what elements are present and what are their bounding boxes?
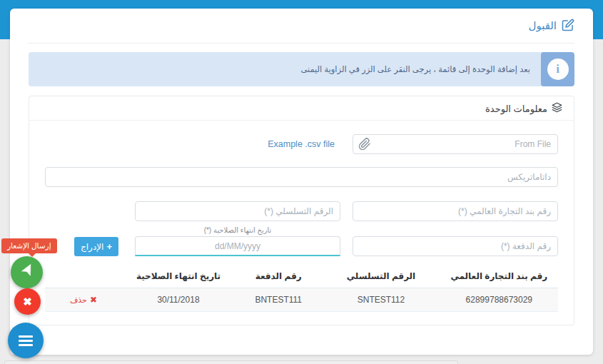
unit-info-body: Example .csv file تاريخ انتهاء الصلاحية	[29, 121, 574, 312]
gtin-input[interactable]	[353, 201, 558, 221]
info-icon: i	[547, 59, 569, 80]
cell-batch: BNTEST111	[235, 288, 322, 312]
next-section-edge	[4, 360, 458, 364]
info-banner-text: بعد إضافة الوحدة إلى قائمة ، يرجى النقر …	[29, 52, 541, 86]
cell-gtin: 62899788673029	[440, 288, 558, 312]
menu-button[interactable]	[8, 323, 44, 358]
datamatrix-row	[45, 167, 558, 187]
datamatrix-input[interactable]	[45, 167, 558, 187]
insert-button-label: الإدراج	[81, 242, 103, 252]
header-action	[45, 268, 122, 288]
file-row: Example .csv file	[45, 134, 558, 154]
send-notification-tooltip: إرسال الإشعار	[1, 238, 57, 253]
page-header: القبول	[10, 9, 593, 43]
close-x-icon: ✖	[23, 295, 32, 308]
unit-info-header: معلومات الوحدة	[29, 96, 574, 121]
header-gtin: رقم بند التجارة العالمي	[440, 268, 558, 288]
header-expiry: تاريخ انتهاء الصلاحية	[122, 268, 235, 288]
expiry-date-label: تاريخ انتهاء الصلاحية (*)	[135, 226, 340, 234]
page-title: القبول	[529, 19, 557, 32]
table-header-row: رقم بند التجارة العالمي الرقم التسلسلي ر…	[45, 268, 558, 288]
file-input-wrap	[353, 134, 558, 154]
serial-input[interactable]	[135, 201, 340, 221]
delete-x-icon: ✖	[90, 295, 97, 305]
header-serial: الرقم التسلسلي	[322, 268, 440, 288]
acceptance-card: القبول i بعد إضافة الوحدة إلى قائمة ، ير…	[10, 9, 593, 355]
expiry-date-group: تاريخ انتهاء الصلاحية (*)	[135, 226, 340, 256]
batch-input[interactable]	[353, 236, 558, 256]
hamburger-icon	[19, 335, 33, 346]
cancel-button[interactable]: ✖	[14, 288, 41, 315]
paperclip-icon[interactable]	[358, 138, 371, 151]
table-row: 62899788673029 SNTEST112 BNTEST111 30/11…	[45, 288, 558, 312]
paper-plane-icon	[20, 264, 34, 280]
batch-expiry-row: تاريخ انتهاء الصلاحية (*) + الإدراج	[45, 226, 558, 256]
cell-serial: SNTEST112	[322, 288, 440, 312]
unit-info-title: معلومات الوحدة	[485, 103, 547, 114]
plus-icon: +	[106, 241, 112, 252]
cell-action: ✖ حذف	[45, 288, 122, 312]
delete-row-button[interactable]: ✖ حذف	[70, 295, 97, 305]
info-banner: i بعد إضافة الوحدة إلى قائمة ، يرجى النق…	[29, 52, 574, 86]
expiry-date-input[interactable]	[135, 236, 340, 256]
example-csv-link[interactable]: Example .csv file	[268, 139, 335, 149]
cell-expiry: 30/11/2018	[122, 288, 235, 312]
header-batch: رقم الدفعة	[235, 268, 322, 288]
insert-button[interactable]: + الإدراج	[74, 237, 118, 256]
from-file-input[interactable]	[353, 134, 558, 154]
info-icon-block: i	[541, 52, 574, 86]
send-notification-button[interactable]	[11, 256, 43, 288]
edit-icon	[562, 19, 574, 34]
unit-info-panel: معلومات الوحدة Example .csv file	[29, 96, 574, 325]
header-divider	[29, 43, 574, 44]
units-table: رقم بند التجارة العالمي الرقم التسلسلي ر…	[45, 268, 558, 312]
gtin-serial-row	[45, 201, 558, 221]
delete-label: حذف	[70, 295, 87, 305]
layers-icon	[552, 102, 562, 115]
